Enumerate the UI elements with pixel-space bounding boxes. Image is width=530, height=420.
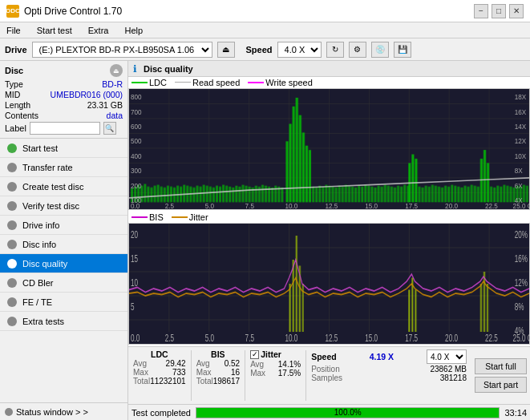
svg-text:18X: 18X [515,93,527,101]
window-controls: − □ ✕ [474,4,524,18]
nav-verify-test-disc-label: Verify test disc [22,201,79,211]
jitter-avg-label: Avg [250,360,264,369]
svg-text:15: 15 [131,253,138,264]
svg-text:20: 20 [131,229,138,240]
nav-disc-quality-label: Disc quality [22,259,67,269]
minimize-button[interactable]: − [474,4,488,18]
svg-rect-191 [487,284,488,332]
speed-select-stats[interactable]: 4.0 X [427,349,467,364]
ldc-max-label: Max [133,368,148,377]
svg-rect-25 [154,186,156,203]
svg-rect-183 [296,236,297,332]
svg-rect-41 [206,186,208,203]
speed-avg-value: 4.19 X [370,352,394,361]
menu-start-test[interactable]: Start test [34,26,75,35]
disc-eject-icon[interactable]: ⏏ [110,64,123,77]
nav-item-disc-quality[interactable]: Disc quality [0,254,127,273]
svg-text:25.0 GB: 25.0 GB [513,202,529,209]
svg-rect-90 [348,186,350,203]
svg-rect-100 [381,187,383,203]
start-test-icon [6,143,18,154]
jitter-checkbox[interactable]: ✓ [250,350,259,359]
settings-button[interactable]: ⚙ [349,42,366,58]
svg-text:10.0: 10.0 [285,202,298,209]
nav-item-disc-info[interactable]: Disc info [0,235,127,254]
svg-text:12X: 12X [515,137,527,145]
svg-rect-125 [471,185,473,203]
svg-rect-95 [364,185,366,203]
create-test-disc-icon [6,181,18,192]
verify-test-disc-icon [6,200,18,212]
status-window-toggle[interactable]: Status window > > [0,402,127,420]
svg-text:2.5: 2.5 [165,202,175,209]
nav-item-drive-info[interactable]: Drive info [0,216,127,235]
disc-mid-value: UMEBDR016 (000) [51,90,123,99]
svg-rect-189 [480,284,482,332]
svg-rect-88 [342,187,344,203]
start-full-button[interactable]: Start full [475,358,527,374]
save-button[interactable]: 💾 [394,42,411,58]
drive-label: Drive [5,45,27,55]
disc-label-input[interactable] [30,122,100,135]
status-text: Test completed [131,408,191,418]
speed-select-drive[interactable]: 4.0 X [277,42,322,58]
bis-max-label: Max [196,368,212,377]
maximize-button[interactable]: □ [492,4,506,18]
content-area: ℹ Disc quality LDC Read speed Write spee… [128,61,530,420]
speed-header: Speed [311,352,337,361]
svg-text:700: 700 [131,107,142,115]
write-speed-legend-label: Write speed [265,78,313,87]
nav-item-transfer-rate[interactable]: Transfer rate [0,158,127,177]
svg-rect-102 [387,186,390,203]
svg-text:0.0: 0.0 [131,202,140,209]
svg-rect-110 [422,188,424,202]
svg-rect-130 [496,186,499,203]
nav-item-verify-test-disc[interactable]: Verify test disc [0,196,127,216]
svg-rect-28 [164,188,166,202]
bis-legend-color [131,216,148,218]
ldc-max-value: 733 [172,368,186,377]
position-value: 23862 MB [430,365,467,374]
svg-rect-44 [216,186,218,203]
status-window-label: Status window > > [16,407,88,417]
ldc-stats: LDC Avg 29.42 Max 733 Total 11232101 [128,347,191,404]
bottom-chart: 20 15 10 5 20% 16% 12% 8% 4% 0.0 2.5 5.0… [128,223,530,345]
drive-select[interactable]: (E:) PLEXTOR BD-R PX-LB950SA 1.06 [32,42,212,58]
refresh-button[interactable]: ↻ [326,42,344,58]
svg-rect-123 [464,186,467,203]
close-button[interactable]: ✕ [509,4,524,18]
bis-legend-label: BIS [149,212,164,222]
svg-rect-119 [451,185,453,203]
svg-rect-47 [225,186,228,203]
ldc-header: LDC [133,349,186,359]
nav-item-create-test-disc[interactable]: Create test disc [0,177,127,196]
svg-rect-114 [435,186,437,203]
status-window-icon [5,408,13,416]
eject-button[interactable]: ⏏ [217,42,235,58]
nav-item-cd-bler[interactable]: CD Bler [0,273,127,293]
menu-help[interactable]: Help [121,26,146,35]
nav-item-extra-tests[interactable]: Extra tests [0,312,127,331]
menu-extra[interactable]: Extra [85,26,112,35]
disc-button[interactable]: 💿 [371,42,389,58]
svg-rect-117 [444,186,447,203]
nav-item-fe-te[interactable]: FE / TE [0,293,127,312]
title-bar: ODC Opti Drive Control 1.70 − □ ✕ [0,0,530,22]
menu-file[interactable]: File [3,26,24,35]
nav-items: Start test Transfer rate Create test dis… [0,139,127,402]
svg-rect-81 [318,186,321,203]
svg-rect-104 [394,188,396,202]
svg-rect-66 [242,185,245,203]
nav-cd-bler-label: CD Bler [22,278,54,288]
ldc-total-value: 11232101 [150,377,186,386]
svg-rect-54 [305,146,308,203]
disc-label-browse[interactable]: 🔍 [103,122,116,135]
svg-rect-76 [274,186,277,203]
svg-rect-89 [345,185,347,203]
svg-rect-118 [447,187,450,203]
nav-item-start-test[interactable]: Start test [0,139,127,158]
app-title: Opti Drive Control 1.70 [24,6,122,17]
jitter-avg-value: 14.1% [278,360,301,369]
start-part-button[interactable]: Start part [475,377,527,393]
svg-rect-99 [378,186,380,203]
